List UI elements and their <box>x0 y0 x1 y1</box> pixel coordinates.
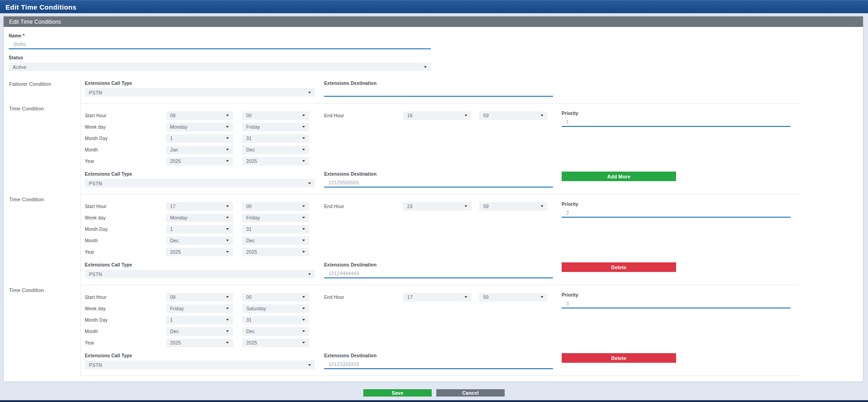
chevron-down-icon <box>308 364 311 366</box>
start-minute-select[interactable]: 00 <box>242 202 309 211</box>
add-more-button[interactable]: Add More <box>562 172 676 181</box>
end-minute-select[interactable]: 59 <box>479 293 548 302</box>
destination-label: Extensions Destination <box>324 353 553 358</box>
start-hour-select[interactable]: 09 <box>166 111 233 120</box>
month-from-select[interactable]: Dec <box>166 236 233 245</box>
start-hour-select[interactable]: 09 <box>166 293 233 302</box>
end-hour-label: End Hour <box>324 204 403 209</box>
end-hour-label: End Hour <box>324 113 403 118</box>
destination-input[interactable]: 12124444444 <box>324 270 553 278</box>
page-title: Edit Time Conditions <box>5 3 77 11</box>
start-minute-select[interactable]: 00 <box>242 293 309 302</box>
week-day-to-select[interactable]: Friday <box>242 123 309 131</box>
name-input[interactable]: Shifts <box>9 41 431 49</box>
chevron-down-icon <box>226 296 229 298</box>
month-day-label: Month Day <box>85 227 166 232</box>
month-to-select[interactable]: Dec <box>242 146 309 154</box>
month-day-label: Month Day <box>85 318 166 323</box>
chevron-down-icon <box>226 308 229 309</box>
chevron-down-icon <box>302 149 305 151</box>
window-titlebar: Edit Time Conditions <box>0 0 868 13</box>
year-to-select[interactable]: 2025 <box>242 339 309 347</box>
month-day-to-select[interactable]: 31 <box>242 225 309 234</box>
week-day-to-select[interactable]: Friday <box>242 214 309 222</box>
chevron-down-icon <box>465 115 467 116</box>
month-label: Month <box>85 329 166 334</box>
failover-fields: Extensions Call Type PSTN Extensions Des… <box>80 79 799 104</box>
chevron-down-icon <box>302 330 305 332</box>
start-minute-select[interactable]: 00 <box>242 111 309 120</box>
month-day-to-select[interactable]: 31 <box>242 134 309 143</box>
year-from-select[interactable]: 2025 <box>166 248 233 256</box>
chevron-down-icon <box>308 92 311 94</box>
start-hour-select[interactable]: 17 <box>166 202 233 211</box>
year-from-select[interactable]: 2025 <box>166 157 233 166</box>
year-to-select[interactable]: 2025 <box>242 248 309 256</box>
end-hour-select[interactable]: 17 <box>403 293 471 302</box>
month-to-select[interactable]: Dec <box>242 236 309 245</box>
time-condition-title: Time Condition <box>9 104 80 194</box>
chevron-down-icon <box>302 126 305 128</box>
end-hour-select[interactable]: 23 <box>403 202 471 211</box>
chevron-down-icon <box>424 66 427 68</box>
end-hour-select[interactable]: 16 <box>403 111 471 120</box>
status-select[interactable]: Active <box>9 63 431 71</box>
priority-input[interactable]: 1 <box>562 118 790 127</box>
time-condition-fields: Start Hour 09 00 Week day Monday Friday … <box>80 104 799 194</box>
call-type-label: Extensions Call Type <box>85 262 315 267</box>
destination-input[interactable]: 12123333333 <box>324 360 553 369</box>
chevron-down-icon <box>302 115 305 116</box>
call-type-select[interactable]: PSTN <box>85 360 315 369</box>
failover-call-type-select[interactable]: PSTN <box>85 88 315 97</box>
week-day-from-select[interactable]: Monday <box>166 214 233 222</box>
chevron-down-icon <box>226 330 229 332</box>
chevron-down-icon <box>541 296 543 298</box>
name-block: Name * Shifts <box>9 33 858 49</box>
save-button[interactable]: Save <box>363 389 432 397</box>
start-hour-label: Start Hour <box>85 113 166 118</box>
week-day-label: Week day <box>85 306 166 311</box>
time-condition-section-3: Time Condition Start Hour 09 00 Week day… <box>9 285 858 376</box>
cancel-button[interactable]: Cancel <box>436 389 505 397</box>
month-to-select[interactable]: Dec <box>242 327 309 336</box>
month-from-select[interactable]: Jan <box>166 146 233 154</box>
year-to-select[interactable]: 2025 <box>242 157 309 166</box>
time-condition-title: Time Condition <box>9 285 80 376</box>
chevron-down-icon <box>541 205 543 207</box>
year-label: Year <box>85 340 166 345</box>
chevron-down-icon <box>308 273 311 275</box>
week-day-from-select[interactable]: Monday <box>166 123 233 131</box>
edit-time-conditions-card: Edit Time Conditions Name * Shifts Statu… <box>4 16 863 381</box>
month-day-label: Month Day <box>85 136 166 141</box>
end-minute-select[interactable]: 59 <box>479 202 548 211</box>
failover-call-type-value: PSTN <box>89 90 102 95</box>
end-minute-select[interactable]: 59 <box>479 111 548 120</box>
week-day-to-select[interactable]: Saturday <box>242 304 309 313</box>
month-day-from-select[interactable]: 1 <box>166 316 233 324</box>
time-condition-fields: Start Hour 09 00 Week day Friday Saturda… <box>80 285 799 376</box>
chevron-down-icon <box>226 217 229 219</box>
month-label: Month <box>85 238 166 243</box>
delete-button[interactable]: Delete <box>562 353 676 363</box>
status-label: Status <box>9 55 858 60</box>
chevron-down-icon <box>308 183 311 184</box>
call-type-select[interactable]: PSTN <box>85 270 315 278</box>
failover-destination-input[interactable] <box>324 88 553 97</box>
end-hour-label: End Hour <box>324 295 403 300</box>
month-day-to-select[interactable]: 31 <box>242 316 309 324</box>
priority-label: Priority <box>562 292 790 298</box>
footer-actions: Save Cancel <box>0 389 868 397</box>
month-day-from-select[interactable]: 1 <box>166 225 233 234</box>
delete-button[interactable]: Delete <box>562 262 676 272</box>
destination-input[interactable]: 12125555555 <box>324 179 553 188</box>
call-type-select[interactable]: PSTN <box>85 179 315 188</box>
card-body: Name * Shifts Status Active Failover Con… <box>4 27 863 376</box>
month-from-select[interactable]: Dec <box>166 327 233 336</box>
priority-input[interactable]: 3 <box>562 300 790 308</box>
destination-label: Extensions Destination <box>324 262 553 267</box>
priority-input[interactable]: 2 <box>562 209 790 218</box>
chevron-down-icon <box>226 137 229 139</box>
year-from-select[interactable]: 2025 <box>166 339 233 347</box>
month-day-from-select[interactable]: 1 <box>166 134 233 143</box>
week-day-from-select[interactable]: Friday <box>166 304 233 313</box>
